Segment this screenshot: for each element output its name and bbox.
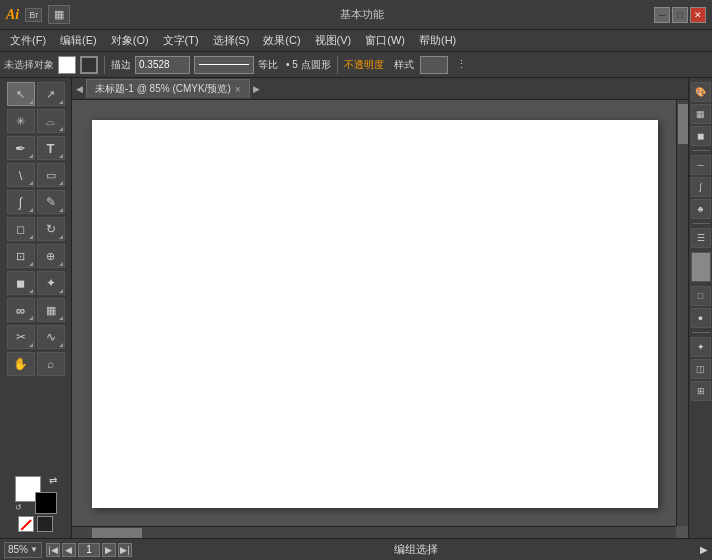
right-links-btn[interactable]: ⊞ [691,381,711,401]
right-graphic-btn[interactable]: ✦ [691,337,711,357]
basic-func-label: 基本功能 [340,7,384,22]
h-scroll-thumb[interactable] [92,528,142,538]
right-align-btn[interactable]: ☰ [691,228,711,248]
rect-tool[interactable]: ▭ [37,163,65,187]
doc-tab[interactable]: 未标题-1 @ 85% (CMYK/预览) × [86,79,250,98]
page-first-btn[interactable]: |◀ [46,543,60,557]
v-scroll-thumb[interactable] [678,104,688,144]
dot-size-label: • 5 点圆形 [286,58,331,72]
color-swatches: ⇄ ↺ [13,474,59,534]
arrange-button[interactable]: ▦ [48,5,70,24]
line-tool[interactable]: \ [7,163,35,187]
style-label[interactable]: 样式 [394,58,414,72]
right-layers-btn[interactable]: ◫ [691,359,711,379]
menu-item-编辑(E)[interactable]: 编辑(E) [54,31,103,50]
page-number-input[interactable] [78,543,100,557]
line-style-preview[interactable] [194,56,254,74]
status-right-arrow[interactable]: ▶ [700,544,708,555]
zoom-dropdown-icon[interactable]: ▼ [30,545,38,554]
swap-colors-icon[interactable]: ⇄ [49,476,57,486]
tool-row-4: \ ▭ [7,163,65,187]
page-prev-btn[interactable]: ◀ [62,543,76,557]
menu-item-视图(V)[interactable]: 视图(V) [309,31,358,50]
right-color-panel-btn[interactable]: 🎨 [691,82,711,102]
maximize-button[interactable]: □ [672,7,688,23]
menu-item-文字(T)[interactable]: 文字(T) [157,31,205,50]
menu-item-帮助(H)[interactable]: 帮助(H) [413,31,462,50]
hand-tool[interactable]: ✋ [7,352,35,376]
gradient-swatch[interactable] [37,516,53,532]
opt-separator-2 [337,56,338,74]
pen-tool[interactable]: ✒ [7,136,35,160]
br-badge[interactable]: Br [25,8,42,22]
doc-tab-close[interactable]: × [235,84,241,95]
status-text: 编组选择 [394,543,438,555]
text-tool[interactable]: T [37,136,65,160]
tab-scroll-right[interactable]: ▶ [253,84,260,94]
gradient-tool[interactable]: ◼ [7,271,35,295]
menu-item-效果(C)[interactable]: 效果(C) [257,31,306,50]
right-stroke-btn[interactable]: ─ [691,155,711,175]
main-area: ↖ ↗ ✳ ⌓ ✒ T \ ▭ ∫ ✎ ◻ ↻ ⊡ ⊕ ◼ ✦ [0,78,712,538]
menu-item-对象(O)[interactable]: 对象(O) [105,31,155,50]
magic-wand-tool[interactable]: ✳ [7,109,35,133]
window-controls: ─ □ ✕ [654,7,706,23]
style-preview[interactable] [420,56,448,74]
extra-options-icon[interactable]: ⋮ [456,58,467,71]
tool-row-10: ✂ ∿ [7,325,65,349]
lasso-tool[interactable]: ⌓ [37,109,65,133]
minimize-button[interactable]: ─ [654,7,670,23]
menu-item-文件(F)[interactable]: 文件(F) [4,31,52,50]
select-tool[interactable]: ↖ [7,82,35,106]
close-button[interactable]: ✕ [690,7,706,23]
menu-item-窗口(W)[interactable]: 窗口(W) [359,31,411,50]
blend-tool[interactable]: ∞ [7,298,35,322]
right-gradient-btn[interactable]: ◼ [691,126,711,146]
symbol-tool[interactable]: ∿ [37,325,65,349]
pencil-tool[interactable]: ✎ [37,190,65,214]
canvas-h-scrollbar[interactable] [72,526,676,538]
page-next-btn[interactable]: ▶ [102,543,116,557]
right-swatch-btn[interactable]: ▦ [691,104,711,124]
status-info: 编组选择 [136,542,696,557]
stroke-color-box[interactable] [80,56,98,74]
warp-tool[interactable]: ⊕ [37,244,65,268]
right-transform-btn[interactable]: □ [691,286,711,306]
menu-bar: 文件(F)编辑(E)对象(O)文字(T)选择(S)效果(C)视图(V)窗口(W)… [0,30,712,52]
eyedropper-tool[interactable]: ✦ [37,271,65,295]
stroke-value-input[interactable] [135,56,190,74]
reset-colors-icon[interactable]: ↺ [15,504,22,512]
brush-tool[interactable]: ∫ [7,190,35,214]
menu-item-选择(S)[interactable]: 选择(S) [207,31,256,50]
zoom-tool[interactable]: ⌕ [37,352,65,376]
scale-tool[interactable]: ⊡ [7,244,35,268]
white-canvas[interactable] [92,120,658,508]
fill-color-box[interactable] [58,56,76,74]
slice-tool[interactable]: ✂ [7,325,35,349]
zoom-value: 85% [8,544,28,555]
none-swatches [18,516,53,532]
color-none-swatch[interactable] [18,516,34,532]
rotate-tool[interactable]: ↻ [37,217,65,241]
chart-tool[interactable]: ▦ [37,298,65,322]
background-swatch[interactable] [35,492,57,514]
left-toolbar: ↖ ↗ ✳ ⌓ ✒ T \ ▭ ∫ ✎ ◻ ↻ ⊡ ⊕ ◼ ✦ [0,78,72,538]
canvas-v-scrollbar[interactable] [676,100,688,526]
eraser-tool[interactable]: ◻ [7,217,35,241]
line-solid [199,64,249,65]
tool-row-6: ◻ ↻ [7,217,65,241]
tab-scroll-left[interactable]: ◀ [76,84,83,94]
right-sep-2 [692,223,710,224]
direct-select-tool[interactable]: ↗ [37,82,65,106]
zoom-display[interactable]: 85% ▼ [4,542,42,558]
right-symbol-btn[interactable]: ♣ [691,199,711,219]
right-brush-btn[interactable]: ∫ [691,177,711,197]
no-select-label: 未选择对象 [4,58,54,72]
options-bar: 未选择对象 描边 等比 • 5 点圆形 不透明度 样式 ⋮ [0,52,712,78]
page-navigation: |◀ ◀ ▶ ▶| [46,543,132,557]
opacity-label[interactable]: 不透明度 [344,58,384,72]
right-appear-btn[interactable]: ● [691,308,711,328]
tab-bar: ◀ 未标题-1 @ 85% (CMYK/预览) × ▶ [72,78,688,100]
status-bar: 85% ▼ |◀ ◀ ▶ ▶| 编组选择 ▶ [0,538,712,560]
page-last-btn[interactable]: ▶| [118,543,132,557]
